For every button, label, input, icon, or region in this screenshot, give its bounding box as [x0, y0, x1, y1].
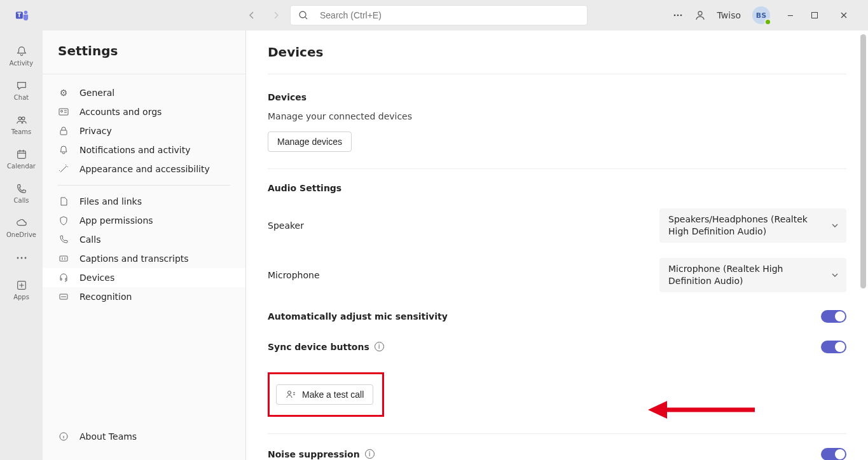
rail-calls[interactable]: Calls [2, 177, 41, 208]
chat-icon [16, 79, 27, 93]
settings-item-appearance[interactable]: Appearance and accessibility [43, 159, 245, 179]
forward-button[interactable] [268, 9, 284, 22]
auto-mic-label: Automatically adjust mic sensitivity [268, 311, 448, 321]
svg-rect-11 [17, 151, 25, 158]
noise-suppression-toggle[interactable] [821, 448, 846, 460]
settings-item-calls[interactable]: Calls [43, 230, 245, 249]
settings-item-files[interactable]: Files and links [43, 192, 245, 211]
presence-available-icon [764, 18, 771, 25]
svg-point-4 [673, 15, 675, 17]
maximize-button[interactable] [811, 11, 829, 19]
phone-icon [58, 234, 69, 245]
lock-icon [58, 126, 69, 136]
nav-arrows [244, 9, 284, 22]
rail-calendar[interactable]: Calendar [2, 142, 41, 174]
info-icon [58, 431, 69, 442]
settings-item-devices[interactable]: Devices [43, 268, 245, 287]
rail-chat[interactable]: Chat [2, 74, 41, 105]
titlebar: T Twiso BS ─ [0, 0, 868, 30]
minimize-button[interactable]: ─ [782, 11, 799, 20]
cloud-icon [16, 216, 27, 230]
chevron-down-icon [831, 271, 839, 279]
recognition-icon [58, 292, 69, 302]
settings-sidebar: Settings ⚙General Accounts and orgs Priv… [43, 30, 246, 460]
microphone-select[interactable]: Microphone (Realtek High Definition Audi… [659, 258, 846, 292]
microphone-label: Microphone [268, 270, 320, 280]
section-devices-heading: Devices [268, 92, 846, 102]
svg-point-6 [680, 15, 682, 17]
svg-rect-18 [60, 130, 67, 135]
rail-teams[interactable]: Teams [2, 108, 41, 140]
wand-icon [58, 164, 69, 174]
rail-activity[interactable]: Activity [2, 39, 41, 71]
sync-buttons-toggle[interactable] [821, 341, 846, 353]
avatar[interactable]: BS [752, 6, 770, 24]
rail-more[interactable] [2, 245, 41, 271]
search-box[interactable] [290, 5, 588, 25]
test-call-icon [286, 389, 296, 400]
info-icon[interactable]: i [375, 342, 384, 351]
search-input[interactable] [320, 10, 579, 20]
user-name: Twiso [717, 10, 741, 20]
auto-mic-row: Automatically adjust mic sensitivity [268, 310, 846, 323]
auto-mic-toggle[interactable] [821, 310, 846, 323]
svg-point-3 [300, 11, 306, 18]
manage-devices-desc: Manage your connected devices [268, 111, 846, 121]
close-button[interactable] [840, 11, 858, 19]
svg-rect-16 [59, 109, 68, 115]
info-icon[interactable]: i [365, 449, 375, 459]
about-teams[interactable]: About Teams [58, 427, 230, 446]
svg-point-14 [24, 257, 26, 259]
app-rail: Activity Chat Teams Calendar Calls OneDr… [0, 30, 43, 460]
shield-icon [58, 215, 69, 226]
svg-point-17 [61, 111, 63, 112]
ellipsis-icon [16, 251, 27, 265]
captions-icon [58, 254, 69, 264]
settings-title: Settings [43, 43, 245, 74]
calendar-icon [16, 147, 27, 161]
divider [268, 168, 846, 169]
speaker-select[interactable]: Speakers/Headphones (Realtek High Defini… [659, 208, 846, 243]
svg-rect-8 [812, 13, 818, 18]
svg-point-1 [24, 11, 28, 15]
teams-logo: T [4, 8, 41, 22]
svg-point-9 [18, 117, 22, 120]
rail-apps[interactable]: Apps [2, 273, 41, 305]
svg-point-7 [698, 11, 702, 15]
microphone-row: Microphone Microphone (Realtek High Defi… [268, 258, 846, 292]
search-icon [298, 10, 308, 20]
page-title: Devices [268, 44, 846, 74]
settings-item-general[interactable]: ⚙General [43, 83, 245, 102]
chevron-down-icon [831, 222, 839, 229]
settings-item-captions[interactable]: Captions and transcripts [43, 249, 245, 268]
section-audio-heading: Audio Settings [268, 183, 846, 193]
people-icon[interactable] [694, 10, 706, 21]
manage-devices-button[interactable]: Manage devices [268, 132, 352, 152]
divider [268, 433, 846, 434]
settings-item-notifications[interactable]: Notifications and activity [43, 140, 245, 159]
phone-icon [16, 182, 27, 196]
svg-point-22 [288, 391, 291, 394]
scrollbar[interactable] [860, 34, 866, 288]
settings-item-privacy[interactable]: Privacy [43, 121, 245, 140]
speaker-row: Speaker Speakers/Headphones (Realtek Hig… [268, 208, 846, 243]
rail-onedrive[interactable]: OneDrive [2, 211, 41, 243]
content-area: Devices Devices Manage your connected de… [246, 30, 868, 460]
speaker-label: Speaker [268, 220, 304, 231]
file-icon [58, 196, 69, 206]
settings-item-recognition[interactable]: Recognition [43, 287, 245, 306]
settings-item-permissions[interactable]: App permissions [43, 211, 245, 230]
svg-point-10 [22, 117, 25, 120]
teams-icon [16, 113, 27, 127]
sync-buttons-label: Sync device buttons i [268, 342, 384, 352]
headset-icon [58, 273, 69, 283]
back-button[interactable] [244, 9, 259, 22]
apps-icon [16, 278, 27, 292]
make-test-call-button[interactable]: Make a test call [276, 384, 373, 405]
svg-point-5 [677, 15, 679, 17]
more-icon[interactable] [673, 10, 683, 20]
bell-icon [58, 145, 69, 155]
sync-buttons-row: Sync device buttons i [268, 341, 846, 353]
noise-suppression-row: Noise suppression i [268, 448, 846, 460]
settings-item-accounts[interactable]: Accounts and orgs [43, 102, 245, 121]
